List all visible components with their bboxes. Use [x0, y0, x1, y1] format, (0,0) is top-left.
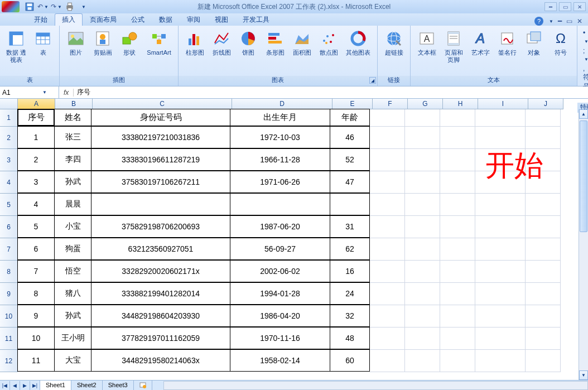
picture-button[interactable]: 图片 — [63, 28, 89, 65]
tab-数据[interactable]: 数据 — [152, 13, 180, 26]
cell[interactable]: 375829198706200693 — [91, 215, 230, 238]
cell[interactable] — [440, 216, 475, 238]
cell[interactable] — [440, 171, 475, 194]
vertical-scrollbar[interactable]: ▲ ▼ — [579, 109, 588, 380]
cell[interactable]: 张三 — [54, 126, 91, 148]
cell[interactable] — [405, 238, 440, 261]
cell[interactable] — [370, 328, 405, 350]
sheet-tab-Sheet2[interactable]: Sheet2 — [71, 381, 103, 391]
row-header[interactable]: 11 — [0, 328, 18, 350]
cell[interactable]: 333830196611287219 — [91, 148, 230, 171]
cell[interactable]: 32 — [330, 305, 370, 327]
cell[interactable] — [405, 127, 440, 149]
cell[interactable]: 姓名 — [54, 109, 91, 126]
cell[interactable]: 632123560927051 — [91, 238, 230, 260]
cell[interactable]: 1970-11-16 — [230, 327, 330, 349]
cell[interactable] — [526, 261, 561, 283]
cell[interactable]: 孙武 — [54, 171, 91, 193]
tab-插入[interactable]: 插入 — [55, 13, 83, 26]
cell[interactable] — [475, 350, 526, 372]
tab-审阅[interactable]: 审阅 — [180, 13, 208, 26]
tab-开发工具[interactable]: 开发工具 — [235, 13, 277, 26]
smartart-button[interactable]: SmartArt — [143, 28, 175, 65]
tab-页面布局[interactable]: 页面布局 — [83, 13, 124, 26]
cell[interactable]: 11 — [17, 349, 55, 372]
header-footer-button[interactable]: 页眉和 页脚 — [441, 28, 466, 65]
row-header[interactable]: 5 — [0, 194, 18, 216]
sheet-nav-next[interactable]: ▶ — [20, 381, 30, 390]
cell[interactable] — [370, 149, 405, 171]
signature-button[interactable]: 签名行 — [494, 28, 520, 65]
col-header-C[interactable]: C — [93, 99, 232, 109]
row-header[interactable]: 8 — [0, 261, 18, 283]
cell[interactable]: 4 — [17, 193, 55, 215]
mdi-close[interactable]: ✕ — [577, 17, 582, 25]
cell[interactable]: 2002-06-02 — [230, 260, 330, 282]
pie-chart-button[interactable]: 饼图 — [235, 28, 261, 65]
cell[interactable]: 47 — [330, 171, 370, 193]
line-chart-button[interactable]: 折线图 — [209, 28, 234, 65]
cell[interactable] — [526, 305, 561, 328]
cell[interactable] — [405, 109, 440, 127]
cell[interactable]: 34482919580214063x — [91, 349, 230, 372]
cell[interactable] — [405, 171, 440, 194]
row-header[interactable]: 2 — [0, 127, 18, 149]
table-button[interactable]: 表 — [30, 28, 56, 65]
cell[interactable]: 333882199401282014 — [91, 282, 230, 305]
cell[interactable] — [405, 149, 440, 171]
cell[interactable]: 小宝 — [54, 215, 91, 238]
scroll-down-button[interactable]: ▼ — [579, 370, 588, 380]
cell[interactable] — [405, 328, 440, 350]
cell[interactable] — [475, 283, 526, 305]
cell[interactable] — [526, 283, 561, 305]
area-chart-button[interactable]: 面积图 — [289, 28, 315, 65]
cell[interactable]: 9 — [17, 305, 55, 327]
cell[interactable]: 2 — [17, 148, 55, 171]
tab-开始[interactable]: 开始 — [27, 13, 55, 26]
column-chart-button[interactable]: 柱形图 — [182, 28, 208, 65]
cell[interactable]: 56-09-27 — [230, 238, 330, 260]
cell[interactable] — [440, 127, 475, 149]
col-header-B[interactable]: B — [55, 99, 93, 109]
cell[interactable]: 晨晨 — [54, 193, 91, 215]
pivot-table-button[interactable]: 数据 透视表 — [3, 28, 29, 65]
symbol-button[interactable]: Ω符号 — [548, 28, 573, 65]
col-header-J[interactable]: J — [528, 99, 563, 109]
cell[interactable]: 1986-04-20 — [230, 305, 330, 327]
name-box-dropdown-icon[interactable]: ▼ — [42, 90, 47, 95]
cell[interactable]: 出生年月 — [230, 109, 330, 126]
cell[interactable] — [526, 194, 561, 216]
cell[interactable] — [475, 328, 526, 350]
horizontal-scrollbar[interactable] — [163, 381, 588, 390]
scroll-thumb[interactable] — [580, 121, 587, 232]
cell[interactable]: 16 — [330, 260, 370, 282]
cell[interactable]: 1966-11-28 — [230, 148, 330, 171]
cell[interactable]: 60 — [330, 349, 370, 372]
hyperlink-button[interactable]: 超链接 — [381, 28, 407, 65]
cell[interactable]: 33282920020602171x — [91, 260, 230, 282]
cell[interactable] — [440, 283, 475, 305]
undo-icon[interactable]: ↶▼ — [38, 2, 48, 12]
cell[interactable] — [405, 283, 440, 305]
qat-customize-icon[interactable]: ▼ — [78, 2, 88, 12]
bar-chart-button[interactable]: 条形图 — [262, 28, 288, 65]
cell[interactable]: 52 — [330, 148, 370, 171]
col-header-I[interactable]: I — [478, 99, 528, 109]
select-all-corner[interactable] — [0, 99, 18, 109]
other-charts-button[interactable]: 其他图表 — [343, 28, 374, 65]
row-header[interactable]: 4 — [0, 171, 18, 194]
cell[interactable] — [440, 238, 475, 261]
cell[interactable] — [440, 305, 475, 328]
cell[interactable]: 24 — [330, 282, 370, 305]
special-semi-button[interactable]: ; ▼ — [583, 47, 588, 62]
cell[interactable] — [370, 350, 405, 372]
cell[interactable]: 8 — [17, 282, 55, 305]
sheet-nav-prev[interactable]: ◀ — [10, 381, 20, 390]
cell[interactable] — [91, 193, 230, 215]
cell[interactable]: 7 — [17, 260, 55, 282]
cell[interactable]: 1987-06-20 — [230, 215, 330, 238]
cell[interactable] — [526, 127, 561, 149]
cell[interactable]: 377829197011162059 — [91, 327, 230, 349]
cell[interactable] — [405, 305, 440, 328]
sheet-nav-first[interactable]: |◀ — [0, 381, 10, 390]
